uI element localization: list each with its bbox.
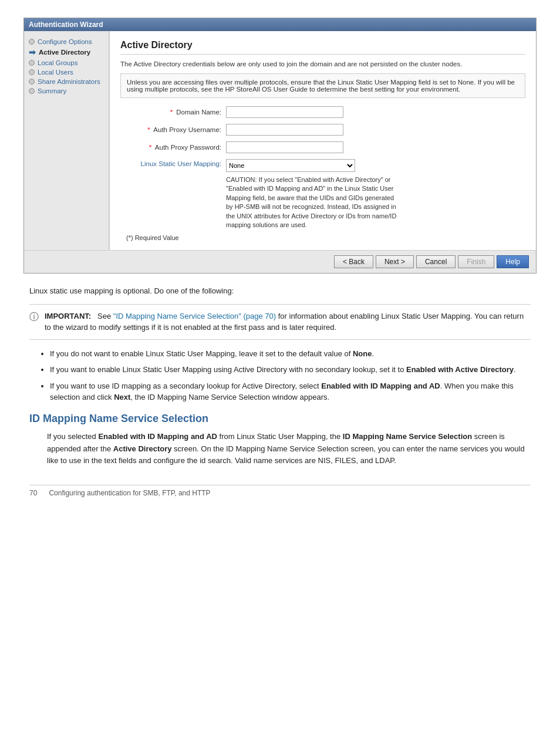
sidebar-item-local-groups[interactable]: Local Groups (29, 58, 104, 67)
required-star: * (149, 144, 151, 151)
nav-bullet-icon (29, 88, 35, 94)
footer-page: 70 Configuring authentication for SMB, F… (29, 485, 531, 497)
sidebar-item-label: Local Users (38, 69, 73, 76)
wizard-footer: < Back Next > Cancel Finish Help (24, 250, 536, 273)
auth-proxy-username-input[interactable] (226, 124, 343, 136)
important-block: ⓘ IMPORTANT: See "ID Mapping Name Servic… (29, 304, 531, 340)
caution-box: CAUTION: If you select "Enabled with Act… (226, 175, 402, 229)
sidebar-item-active-directory[interactable]: ➡ Active Directory (29, 46, 104, 58)
nav-bullet-icon (29, 60, 35, 66)
required-star: * (170, 109, 173, 116)
nav-arrow-icon: ➡ (29, 48, 36, 57)
domain-name-label: * Domain Name: (126, 109, 226, 116)
required-note: (*) Required Value (120, 234, 525, 241)
wizard-body: Configure Options ➡ Active Directory Loc… (24, 31, 536, 250)
select-with-caution: None Enabled with Active Directory Enabl… (226, 159, 402, 229)
sidebar-item-label: Active Directory (39, 49, 90, 56)
back-button[interactable]: < Back (334, 255, 373, 268)
page-text: Configuring authentication for SMB, FTP,… (49, 489, 210, 497)
sidebar-item-local-users[interactable]: Local Users (29, 67, 104, 77)
bullet-list: If you do not want to enable Linux Stati… (29, 348, 531, 403)
info-text: The Active Directory credentials below a… (120, 60, 525, 67)
important-text: IMPORTANT: See "ID Mapping Name Service … (45, 310, 531, 333)
finish-button[interactable]: Finish (458, 255, 494, 268)
help-button[interactable]: Help (497, 255, 529, 268)
sidebar-item-configure-options[interactable]: Configure Options (29, 37, 104, 46)
domain-name-row: * Domain Name: (120, 106, 525, 118)
important-label: IMPORTANT: (45, 312, 91, 320)
cancel-button[interactable]: Cancel (416, 255, 456, 268)
nav-bullet-icon (29, 79, 35, 85)
below-wizard: Linux static use mapping is optional. Do… (23, 285, 537, 497)
auth-proxy-username-label: * Auth Proxy Username: (126, 126, 226, 133)
list-item: If you want to use ID mapping as a secon… (50, 380, 531, 403)
linux-static-mapping-row: Linux Static User Mapping: None Enabled … (120, 159, 525, 229)
warning-box: Unless you are accessing files over mult… (120, 73, 525, 98)
sidebar-item-share-administrators[interactable]: Share Administrators (29, 77, 104, 86)
sidebar-item-label: Share Administrators (38, 78, 100, 85)
important-icon: ⓘ (29, 311, 39, 333)
domain-name-input[interactable] (226, 106, 343, 118)
section-title: Active Directory (120, 40, 525, 55)
linux-static-mapping-select[interactable]: None Enabled with Active Directory Enabl… (226, 159, 355, 172)
section-para: If you selected Enabled with ID Mapping … (29, 431, 531, 467)
list-item: If you want to enable Linux Static User … (50, 364, 531, 376)
auth-proxy-password-label: * Auth Proxy Password: (126, 144, 226, 151)
sidebar-item-summary[interactable]: Summary (29, 86, 104, 96)
auth-proxy-username-row: * Auth Proxy Username: (120, 124, 525, 136)
linux-static-mapping-label: Linux Static User Mapping: (126, 159, 226, 167)
next-button[interactable]: Next > (376, 255, 414, 268)
required-star: * (147, 126, 150, 133)
list-item: If you do not want to enable Linux Stati… (50, 348, 531, 360)
section-heading: ID Mapping Name Service Selection (29, 413, 531, 425)
page-number: 70 (29, 489, 37, 497)
wizard-nav: Configure Options ➡ Active Directory Loc… (24, 31, 109, 250)
id-mapping-link[interactable]: "ID Mapping Name Service Selection" (pag… (113, 312, 276, 320)
nav-bullet-icon (29, 69, 35, 75)
warning-text: Unless you are accessing files over mult… (127, 79, 515, 93)
wizard-title: Authentication Wizard (29, 21, 103, 29)
wizard-dialog: Authentication Wizard Configure Options … (23, 18, 537, 274)
sidebar-item-label: Configure Options (38, 38, 92, 45)
nav-bullet-icon (29, 39, 35, 45)
auth-proxy-password-row: * Auth Proxy Password: (120, 141, 525, 153)
sidebar-item-label: Summary (38, 87, 66, 94)
sidebar-item-label: Local Groups (38, 59, 77, 66)
wizard-content: Active Directory The Active Directory cr… (109, 31, 536, 250)
intro-para: Linux static use mapping is optional. Do… (29, 285, 531, 297)
wizard-titlebar: Authentication Wizard (24, 18, 536, 31)
auth-proxy-password-input[interactable] (226, 141, 343, 153)
